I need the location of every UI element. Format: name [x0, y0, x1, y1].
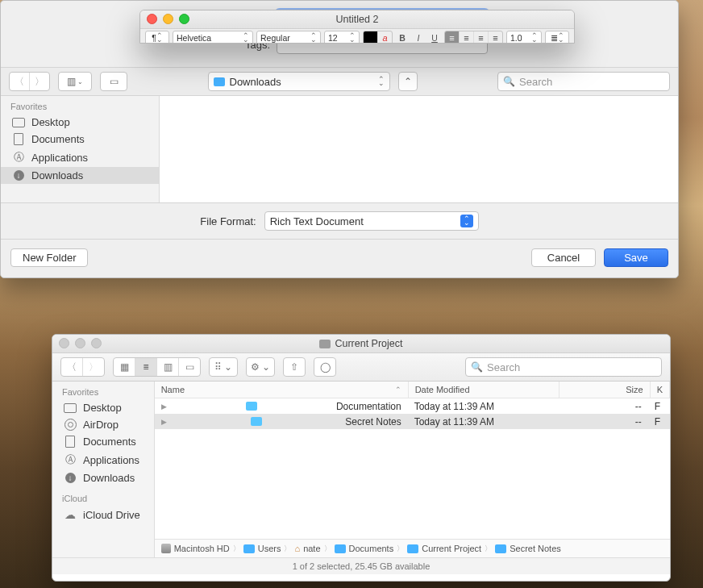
- font-style-select[interactable]: Regular⌃⌄: [256, 31, 321, 44]
- sidebar-item-applications[interactable]: Ⓐ Applications: [1, 148, 159, 167]
- finder-title: Current Project: [335, 338, 402, 349]
- disclosure-icon[interactable]: ▶: [161, 418, 168, 426]
- file-size: --: [558, 416, 648, 427]
- chevron-icon: ⌃⌄: [310, 34, 317, 42]
- share-group[interactable]: ⇧: [283, 357, 306, 377]
- underline-button[interactable]: U: [428, 31, 441, 44]
- sidebar-item-label: Documents: [31, 133, 85, 145]
- zoom-icon[interactable]: [179, 14, 189, 24]
- location-popup[interactable]: Downloads ⌃⌄: [208, 72, 390, 91]
- gallery-view-button[interactable]: ▭: [179, 358, 200, 376]
- share-button[interactable]: ⇧: [284, 358, 305, 376]
- minimize-icon[interactable]: [163, 14, 173, 24]
- sidebar-item-airdrop[interactable]: AirDrop: [52, 416, 154, 433]
- sidebar-item-label: Documents: [83, 436, 136, 448]
- zoom-icon[interactable]: [91, 338, 102, 348]
- list-view-button[interactable]: ≡: [135, 358, 157, 376]
- nav-back-forward[interactable]: 〈 〉: [60, 357, 105, 377]
- align-center-button[interactable]: ≡: [460, 31, 474, 44]
- arrange-group[interactable]: ⠿ ⌄: [209, 357, 238, 377]
- list-style-select[interactable]: ≣⌃⌄: [545, 31, 569, 44]
- path-segment[interactable]: Secret Notes: [495, 544, 561, 553]
- view-mode-button[interactable]: ▥⌄: [58, 72, 92, 91]
- column-view-button[interactable]: ▥: [157, 358, 179, 376]
- file-browser-area[interactable]: [160, 96, 678, 202]
- italic-button[interactable]: I: [412, 31, 425, 44]
- tags-button[interactable]: ◯: [314, 358, 335, 376]
- chevron-icon: ⌃⌄: [349, 34, 356, 42]
- file-date: Today at 11:39 AM: [408, 416, 558, 427]
- path-segment[interactable]: ⌂nate: [294, 544, 320, 553]
- bold-button[interactable]: B: [396, 31, 409, 44]
- sidebar-item-applications[interactable]: Ⓐ Applications: [52, 450, 154, 469]
- desktop-icon: [12, 118, 25, 127]
- text-color-group[interactable]: a: [363, 31, 393, 44]
- new-folder-button[interactable]: New Folder: [10, 248, 88, 267]
- align-right-button[interactable]: ≡: [474, 31, 489, 44]
- path-bar[interactable]: Macintosh HD〉 Users〉 ⌂nate〉 Documents〉 C…: [155, 539, 670, 557]
- table-row[interactable]: ▶Documentation Today at 11:39 AM -- F: [155, 398, 670, 414]
- sidebar-item-icloud-drive[interactable]: ☁ iCloud Drive: [52, 506, 154, 523]
- font-size-select[interactable]: 12⌃⌄: [324, 31, 360, 44]
- chevron-right-icon: 〉: [233, 544, 240, 554]
- columns-icon: ▥: [67, 76, 76, 87]
- forward-button[interactable]: 〉: [30, 73, 49, 90]
- back-button[interactable]: 〈: [61, 358, 83, 376]
- align-left-button[interactable]: ≡: [445, 31, 460, 44]
- traffic-lights[interactable]: [59, 338, 102, 348]
- path-segment[interactable]: Users: [243, 544, 281, 553]
- column-headers[interactable]: Name⌃ Date Modified Size K: [155, 382, 670, 398]
- group-button[interactable]: ▭: [100, 72, 127, 91]
- alignment-group[interactable]: ≡ ≡ ≡ ≡: [444, 31, 503, 44]
- column-name[interactable]: Name⌃: [155, 382, 409, 398]
- nav-back-forward[interactable]: 〈 〉: [9, 72, 50, 91]
- align-justify-button[interactable]: ≡: [489, 31, 502, 44]
- column-kind[interactable]: K: [651, 382, 670, 398]
- font-family-select[interactable]: Helvetica⌃⌄: [173, 31, 253, 44]
- path-segment[interactable]: Current Project: [407, 544, 481, 553]
- path-segment[interactable]: Macintosh HD: [161, 544, 230, 553]
- list-empty-area[interactable]: [155, 429, 670, 539]
- sidebar-item-documents[interactable]: Documents: [1, 131, 159, 148]
- file-format-select[interactable]: Rich Text Document ⌃⌄: [264, 211, 479, 231]
- folder-icon: ▭: [110, 76, 119, 87]
- finder-search-input[interactable]: 🔍Search: [465, 357, 662, 377]
- sidebar-item-desktop[interactable]: Desktop: [52, 399, 154, 416]
- traffic-lights[interactable]: [147, 14, 189, 24]
- back-button[interactable]: 〈: [10, 73, 30, 90]
- line-spacing-select[interactable]: 1.0⌃⌄: [506, 31, 542, 44]
- action-button[interactable]: ⚙ ⌄: [247, 358, 274, 376]
- sidebar-item-downloads[interactable]: ↓ Downloads: [1, 167, 159, 184]
- save-button[interactable]: Save: [604, 248, 668, 267]
- sidebar-item-label: Desktop: [83, 402, 122, 414]
- status-bar: 1 of 2 selected, 25.45 GB available: [52, 557, 670, 574]
- search-icon: 🔍: [503, 76, 515, 87]
- folder-icon: [246, 402, 257, 411]
- chevron-icon: ⌃⌄: [156, 34, 163, 42]
- close-icon[interactable]: [147, 14, 157, 24]
- sidebar-item-desktop[interactable]: Desktop: [1, 114, 159, 131]
- minimize-icon[interactable]: [75, 338, 85, 348]
- collapse-button[interactable]: ⌃: [398, 72, 418, 91]
- chevron-updown-icon: ⌃⌄: [378, 77, 385, 85]
- column-date[interactable]: Date Modified: [409, 382, 559, 398]
- table-row[interactable]: ▶Secret Notes Today at 11:39 AM -- F: [155, 414, 670, 429]
- view-switcher[interactable]: ▦ ≡ ▥ ▭: [113, 357, 201, 377]
- file-kind: F: [648, 401, 670, 412]
- disclosure-icon[interactable]: ▶: [161, 402, 168, 411]
- sidebar-item-documents[interactable]: Documents: [52, 433, 154, 450]
- text-color-swatch[interactable]: [364, 31, 378, 44]
- arrange-button[interactable]: ⠿ ⌄: [210, 358, 237, 376]
- cancel-button[interactable]: Cancel: [531, 248, 596, 267]
- icon-view-button[interactable]: ▦: [114, 358, 135, 376]
- path-segment[interactable]: Documents: [335, 544, 394, 553]
- action-group[interactable]: ⚙ ⌄: [246, 357, 275, 377]
- text-color-none[interactable]: a: [378, 31, 392, 44]
- search-input[interactable]: 🔍Search: [497, 72, 670, 91]
- close-icon[interactable]: [59, 338, 69, 348]
- forward-button[interactable]: 〉: [83, 358, 104, 376]
- sidebar-item-downloads[interactable]: ↓ Downloads: [52, 469, 154, 486]
- column-size[interactable]: Size: [559, 382, 651, 398]
- tags-group[interactable]: ◯: [314, 357, 336, 377]
- paragraph-style-select[interactable]: ¶⌃⌄: [145, 31, 169, 44]
